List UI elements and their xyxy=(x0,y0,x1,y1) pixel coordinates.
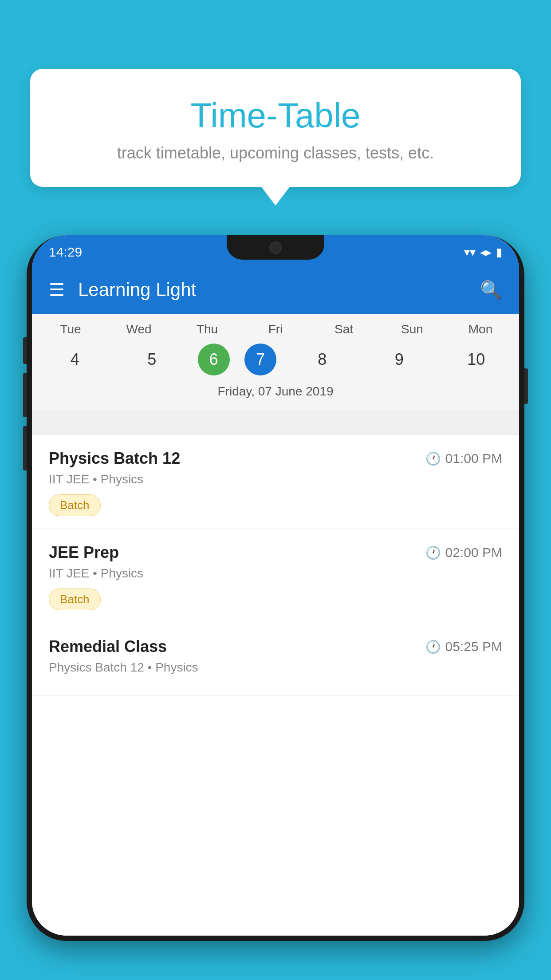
day-numbers: 4 5 6 7 8 9 10 xyxy=(36,340,515,381)
class-time-3: 🕐 05:25 PM xyxy=(425,639,502,654)
clock-icon-2: 🕐 xyxy=(425,545,441,560)
day-header-mon: Mon xyxy=(449,322,512,336)
calendar-strip: Tue Wed Thu Fri Sat Sun Mon 4 5 6 7 8 9 … xyxy=(32,314,519,410)
signal-icon: ◂▸ xyxy=(480,245,492,259)
class-subject-3: Physics Batch 12 • Physics xyxy=(49,660,502,675)
class-name-2: JEE Prep xyxy=(49,543,119,562)
class-time-label-2: 02:00 PM xyxy=(445,545,502,560)
phone-mockup: 14:29 ▾▾ ◂▸ ▮ ☰ Learning Light 🔍 Tue Wed… xyxy=(27,235,524,980)
wifi-icon: ▾▾ xyxy=(464,245,476,259)
schedule-item-1[interactable]: Physics Batch 12 🕐 01:00 PM IIT JEE • Ph… xyxy=(32,435,519,529)
day-4[interactable]: 4 xyxy=(44,344,106,375)
day-5[interactable]: 5 xyxy=(121,344,183,375)
tooltip-title: Time-Table xyxy=(52,95,499,136)
day-7-selected[interactable]: 7 xyxy=(244,344,276,375)
class-time-1: 🕐 01:00 PM xyxy=(425,451,502,466)
day-header-wed: Wed xyxy=(108,322,170,336)
status-time: 14:29 xyxy=(49,245,82,260)
day-header-sun: Sun xyxy=(381,322,443,336)
app-bar: ☰ Learning Light 🔍 xyxy=(32,265,519,314)
tooltip-card: Time-Table track timetable, upcoming cla… xyxy=(30,69,521,187)
clock-icon-3: 🕐 xyxy=(425,640,441,654)
class-name-1: Physics Batch 12 xyxy=(49,449,180,468)
batch-tag-2: Batch xyxy=(49,589,101,610)
schedule-item-3-header: Remedial Class 🕐 05:25 PM xyxy=(49,637,502,656)
class-time-label-3: 05:25 PM xyxy=(445,639,502,654)
search-icon[interactable]: 🔍 xyxy=(480,280,502,300)
batch-tag-1: Batch xyxy=(49,494,101,516)
schedule-item-1-header: Physics Batch 12 🕐 01:00 PM xyxy=(49,449,502,468)
menu-icon[interactable]: ☰ xyxy=(49,281,65,299)
day-headers: Tue Wed Thu Fri Sat Sun Mon xyxy=(36,322,515,340)
schedule-list: Physics Batch 12 🕐 01:00 PM IIT JEE • Ph… xyxy=(32,435,519,936)
class-subject-2: IIT JEE • Physics xyxy=(49,566,502,581)
phone-notch xyxy=(227,235,324,260)
class-time-label-1: 01:00 PM xyxy=(445,451,502,466)
front-camera xyxy=(269,241,282,254)
schedule-item-2[interactable]: JEE Prep 🕐 02:00 PM IIT JEE • Physics Ba… xyxy=(32,529,519,623)
app-title: Learning Light xyxy=(78,279,480,300)
day-10[interactable]: 10 xyxy=(445,344,507,375)
phone-frame: 14:29 ▾▾ ◂▸ ▮ ☰ Learning Light 🔍 Tue Wed… xyxy=(27,235,524,941)
class-subject-1: IIT JEE • Physics xyxy=(49,472,502,486)
day-header-tue: Tue xyxy=(39,322,102,336)
clock-icon-1: 🕐 xyxy=(425,451,441,466)
day-header-thu: Thu xyxy=(176,322,238,336)
status-icons: ▾▾ ◂▸ ▮ xyxy=(464,245,502,259)
class-name-3: Remedial Class xyxy=(49,637,167,656)
day-header-sat: Sat xyxy=(313,322,375,336)
class-time-2: 🕐 02:00 PM xyxy=(425,545,502,560)
day-6-today[interactable]: 6 xyxy=(198,344,230,375)
tooltip-subtitle: track timetable, upcoming classes, tests… xyxy=(52,144,499,162)
battery-icon: ▮ xyxy=(496,245,502,259)
day-9[interactable]: 9 xyxy=(368,344,430,375)
day-8[interactable]: 8 xyxy=(291,344,353,375)
schedule-item-3[interactable]: Remedial Class 🕐 05:25 PM Physics Batch … xyxy=(32,623,519,695)
schedule-item-2-header: JEE Prep 🕐 02:00 PM xyxy=(49,543,502,562)
phone-screen: 14:29 ▾▾ ◂▸ ▮ ☰ Learning Light 🔍 Tue Wed… xyxy=(32,235,519,936)
day-header-fri: Fri xyxy=(244,322,307,336)
selected-date-label: Friday, 07 June 2019 xyxy=(36,381,515,405)
